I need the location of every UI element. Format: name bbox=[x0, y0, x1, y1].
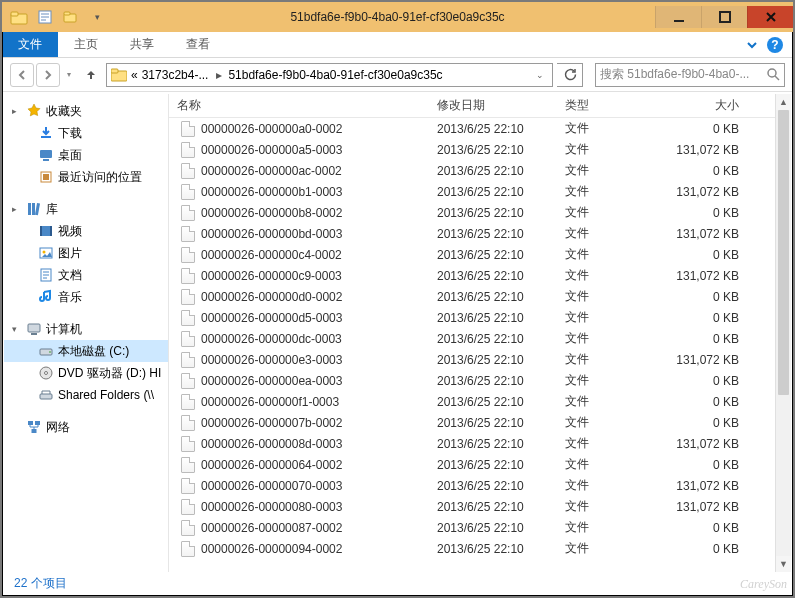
nav-up-button[interactable] bbox=[80, 64, 102, 86]
file-row[interactable]: 00000026-0000007b-00022013/6/25 22:10文件0… bbox=[169, 412, 775, 433]
expand-icon[interactable]: ▸ bbox=[12, 106, 22, 116]
file-date: 2013/6/25 22:10 bbox=[429, 332, 557, 346]
file-size: 0 KB bbox=[657, 206, 751, 220]
file-row[interactable]: 00000026-00000094-00022013/6/25 22:10文件0… bbox=[169, 538, 775, 559]
svg-rect-18 bbox=[40, 226, 42, 236]
file-date: 2013/6/25 22:10 bbox=[429, 206, 557, 220]
file-row[interactable]: 00000026-000000bd-00032013/6/25 22:10文件1… bbox=[169, 223, 775, 244]
file-row[interactable]: 00000026-00000080-00032013/6/25 22:10文件1… bbox=[169, 496, 775, 517]
ribbon-tab-0[interactable]: 文件 bbox=[2, 32, 58, 57]
file-name: 00000026-000000d5-0003 bbox=[201, 311, 342, 325]
file-icon bbox=[181, 268, 195, 284]
sidebar-group-label: 网络 bbox=[46, 419, 70, 436]
file-row[interactable]: 00000026-00000064-00022013/6/25 22:10文件0… bbox=[169, 454, 775, 475]
sidebar-item-1-3[interactable]: 音乐 bbox=[4, 286, 168, 308]
scroll-up-icon[interactable]: ▲ bbox=[776, 94, 791, 110]
sidebar-group-2[interactable]: ▾计算机 bbox=[4, 318, 168, 340]
scroll-track[interactable] bbox=[776, 110, 791, 556]
column-date[interactable]: 修改日期 bbox=[429, 97, 557, 114]
sidebar-item-1-2[interactable]: 文档 bbox=[4, 264, 168, 286]
file-row[interactable]: 00000026-000000ea-00032013/6/25 22:10文件0… bbox=[169, 370, 775, 391]
file-row[interactable]: 00000026-000000dc-00032013/6/25 22:10文件0… bbox=[169, 328, 775, 349]
file-icon bbox=[181, 478, 195, 494]
expand-icon[interactable]: ▾ bbox=[12, 324, 22, 334]
sidebar-item-label: 音乐 bbox=[58, 289, 82, 306]
sidebar-item-0-1[interactable]: 桌面 bbox=[4, 144, 168, 166]
close-button[interactable] bbox=[747, 6, 793, 28]
sidebar-item-1-1[interactable]: 图片 bbox=[4, 242, 168, 264]
file-date: 2013/6/25 22:10 bbox=[429, 311, 557, 325]
help-icon[interactable]: ? bbox=[767, 37, 783, 53]
titlebar[interactable]: ▾ 51bdfa6e-f9b0-4ba0-91ef-cf30e0a9c35c bbox=[2, 2, 793, 32]
file-name: 00000026-000000c4-0002 bbox=[201, 248, 342, 262]
file-row[interactable]: 00000026-000000b1-00032013/6/25 22:10文件1… bbox=[169, 181, 775, 202]
file-name: 00000026-0000007b-0002 bbox=[201, 416, 342, 430]
sidebar-item-0-0[interactable]: 下载 bbox=[4, 122, 168, 144]
file-row[interactable]: 00000026-000000e3-00032013/6/25 22:10文件1… bbox=[169, 349, 775, 370]
scroll-thumb[interactable] bbox=[778, 110, 789, 395]
refresh-button[interactable] bbox=[557, 63, 583, 87]
qat-properties-icon[interactable] bbox=[34, 6, 56, 28]
address-part-1[interactable]: 3173c2b4-... bbox=[142, 68, 209, 82]
file-icon bbox=[181, 310, 195, 326]
column-size[interactable]: 大小 bbox=[657, 97, 751, 114]
column-type[interactable]: 类型 bbox=[557, 97, 657, 114]
qat-newfolder-icon[interactable] bbox=[60, 6, 82, 28]
file-row[interactable]: 00000026-00000070-00032013/6/25 22:10文件1… bbox=[169, 475, 775, 496]
file-name: 00000026-000000bd-0003 bbox=[201, 227, 342, 241]
file-type: 文件 bbox=[557, 288, 657, 305]
sidebar-group-1[interactable]: ▸库 bbox=[4, 198, 168, 220]
sidebar-item-label: 下载 bbox=[58, 125, 82, 142]
file-row[interactable]: 00000026-000000a5-00032013/6/25 22:10文件1… bbox=[169, 139, 775, 160]
sidebar-group-3[interactable]: 网络 bbox=[4, 416, 168, 438]
file-date: 2013/6/25 22:10 bbox=[429, 290, 557, 304]
file-row[interactable]: 00000026-00000087-00022013/6/25 22:10文件0… bbox=[169, 517, 775, 538]
file-icon bbox=[181, 331, 195, 347]
address-bar[interactable]: « 3173c2b4-... ▸ 51bdfa6e-f9b0-4ba0-91ef… bbox=[106, 63, 553, 87]
nav-history-dropdown[interactable]: ▾ bbox=[62, 63, 76, 87]
document-icon bbox=[38, 267, 54, 283]
file-icon bbox=[181, 289, 195, 305]
file-icon bbox=[181, 373, 195, 389]
network-icon bbox=[26, 419, 42, 435]
file-row[interactable]: 00000026-000000d0-00022013/6/25 22:10文件0… bbox=[169, 286, 775, 307]
file-icon bbox=[181, 394, 195, 410]
file-row[interactable]: 00000026-000000c4-00022013/6/25 22:10文件0… bbox=[169, 244, 775, 265]
scroll-down-icon[interactable]: ▼ bbox=[776, 556, 791, 572]
nav-back-button[interactable] bbox=[10, 63, 34, 87]
file-name: 00000026-0000008d-0003 bbox=[201, 437, 342, 451]
file-row[interactable]: 00000026-000000b8-00022013/6/25 22:10文件0… bbox=[169, 202, 775, 223]
maximize-button[interactable] bbox=[701, 6, 747, 28]
address-separator-icon[interactable]: ▸ bbox=[212, 68, 224, 82]
search-input[interactable]: 搜索 51bdfa6e-f9b0-4ba0-... bbox=[595, 63, 785, 87]
file-row[interactable]: 00000026-000000a0-00022013/6/25 22:10文件0… bbox=[169, 118, 775, 139]
file-icon bbox=[181, 457, 195, 473]
sidebar-group-0[interactable]: ▸收藏夹 bbox=[4, 100, 168, 122]
nav-forward-button[interactable] bbox=[36, 63, 60, 87]
file-icon bbox=[181, 121, 195, 137]
expand-icon[interactable]: ▸ bbox=[12, 204, 22, 214]
sidebar-item-2-2[interactable]: Shared Folders (\\ bbox=[4, 384, 168, 406]
file-row[interactable]: 00000026-000000c9-00032013/6/25 22:10文件1… bbox=[169, 265, 775, 286]
sidebar-item-1-0[interactable]: 视频 bbox=[4, 220, 168, 242]
file-row[interactable]: 00000026-000000d5-00032013/6/25 22:10文件0… bbox=[169, 307, 775, 328]
file-row[interactable]: 00000026-000000f1-00032013/6/25 22:10文件0… bbox=[169, 391, 775, 412]
ribbon-tab-3[interactable]: 查看 bbox=[170, 32, 226, 57]
file-type: 文件 bbox=[557, 204, 657, 221]
qat-overflow-icon[interactable]: ▾ bbox=[86, 6, 108, 28]
vertical-scrollbar[interactable]: ▲ ▼ bbox=[775, 94, 791, 572]
sidebar-item-2-1[interactable]: DVD 驱动器 (D:) HI bbox=[4, 362, 168, 384]
ribbon-tab-1[interactable]: 主页 bbox=[58, 32, 114, 57]
file-row[interactable]: 00000026-000000ac-00022013/6/25 22:10文件0… bbox=[169, 160, 775, 181]
sidebar-item-2-0[interactable]: 本地磁盘 (C:) bbox=[4, 340, 168, 362]
minimize-button[interactable] bbox=[655, 6, 701, 28]
file-row[interactable]: 00000026-0000008d-00032013/6/25 22:10文件1… bbox=[169, 433, 775, 454]
address-part-2[interactable]: 51bdfa6e-f9b0-4ba0-91ef-cf30e0a9c35c bbox=[228, 68, 442, 82]
address-dropdown-icon[interactable]: ⌄ bbox=[532, 70, 548, 80]
file-size: 131,072 KB bbox=[657, 227, 751, 241]
ribbon-minimize-icon[interactable] bbox=[745, 38, 759, 52]
sidebar-item-0-2[interactable]: 最近访问的位置 bbox=[4, 166, 168, 188]
column-name[interactable]: 名称 bbox=[169, 97, 429, 114]
ribbon-tab-2[interactable]: 共享 bbox=[114, 32, 170, 57]
file-date: 2013/6/25 22:10 bbox=[429, 416, 557, 430]
